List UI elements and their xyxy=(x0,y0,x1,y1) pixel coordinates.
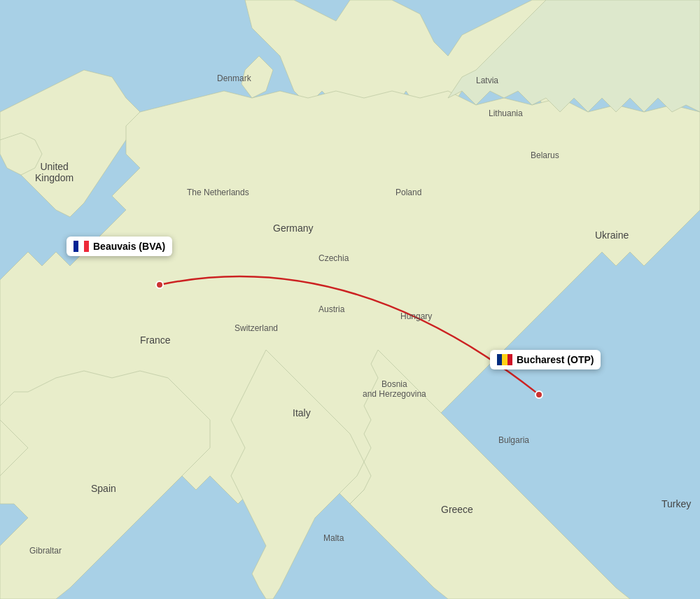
bva-airport-label: Beauvais (BVA) xyxy=(66,237,172,256)
otp-label-text: Bucharest (OTP) xyxy=(517,354,594,365)
svg-rect-16 xyxy=(502,354,507,365)
svg-rect-12 xyxy=(74,241,78,252)
romania-flag-icon xyxy=(497,354,512,365)
otp-airport-label: Bucharest (OTP) xyxy=(490,350,601,369)
svg-point-10 xyxy=(156,281,163,288)
france-flag-icon xyxy=(74,241,89,252)
svg-rect-14 xyxy=(84,241,89,252)
bva-label-text: Beauvais (BVA) xyxy=(93,241,165,252)
svg-rect-13 xyxy=(78,241,84,252)
svg-rect-17 xyxy=(507,354,512,365)
map-container: UnitedKingdom Denmark The Netherlands Ge… xyxy=(0,0,700,599)
map-svg xyxy=(0,0,700,599)
svg-rect-15 xyxy=(497,354,502,365)
svg-point-11 xyxy=(536,391,542,398)
